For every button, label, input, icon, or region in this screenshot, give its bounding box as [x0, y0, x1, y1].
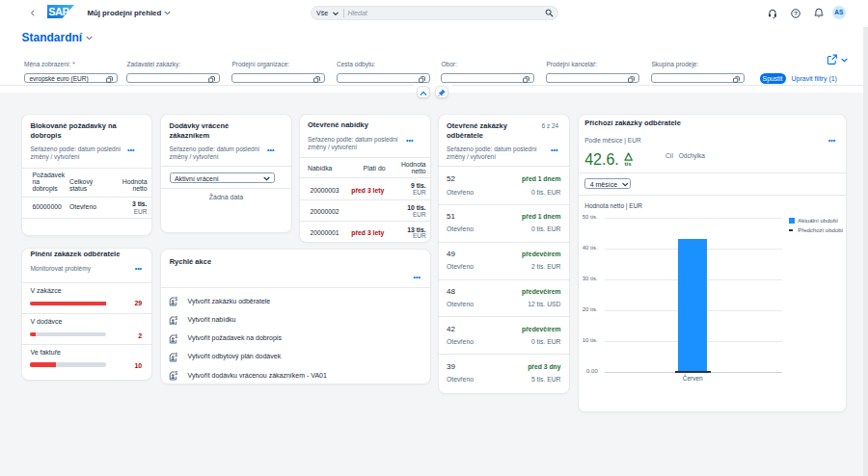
svg-text:$: $	[175, 297, 177, 302]
svg-text:$: $	[175, 371, 177, 376]
svg-text:$: $	[175, 316, 177, 321]
svg-text:?: ?	[794, 11, 798, 16]
svg-text:SAP: SAP	[48, 6, 68, 17]
svg-text:$: $	[175, 353, 177, 357]
svg-text:$: $	[175, 334, 177, 339]
